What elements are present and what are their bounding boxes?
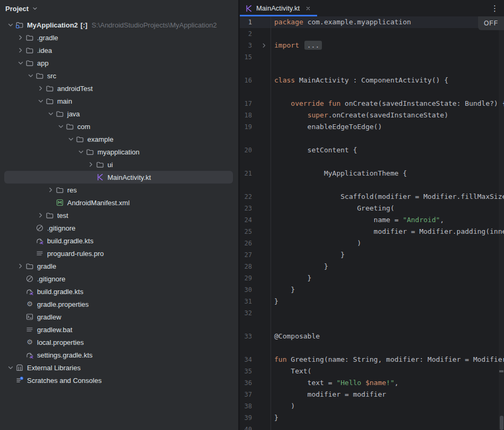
code-text[interactable]: } [271,261,504,272]
code-text[interactable] [271,319,504,331]
chevron-down-icon[interactable] [35,97,46,105]
editor-scrollbar[interactable] [499,30,504,430]
tree-item-test[interactable]: test [4,209,233,222]
line-number[interactable]: 24 [240,214,252,226]
chevron-right-icon[interactable] [46,186,56,194]
code-text[interactable]: fun Greeting(name: String, modifier: Mod… [271,354,504,365]
line-number[interactable]: 19 [240,121,252,133]
line-number[interactable]: 29 [240,272,252,284]
code-line-25[interactable]: 25 modifier = Modifier.padding(innerPadd… [240,226,504,237]
code-text[interactable]: name = "Android", [271,214,504,226]
line-number[interactable]: 33 [240,331,252,342]
code-line-33[interactable]: 33@Composable [240,331,504,342]
code-line-24[interactable]: 24 name = "Android", [240,214,504,226]
project-view-selector[interactable]: Project [0,0,238,14]
code-text[interactable] [271,51,504,63]
code-text[interactable]: ) [271,400,504,412]
tree-item-com[interactable]: com [4,120,233,133]
line-number[interactable]: 3 [240,40,252,51]
tree-item-gitignore[interactable]: .gitignore [4,272,233,285]
code-line-31[interactable]: 31} [240,296,504,307]
code-text[interactable]: Greeting( [271,203,504,214]
chevron-right-icon[interactable] [35,211,46,219]
line-number[interactable]: 30 [240,284,252,296]
tree-item-androidmanifest-xml[interactable]: AndroidManifest.xml [4,196,233,209]
code-text[interactable]: import ... [271,40,504,51]
line-number[interactable] [240,63,252,75]
code-text[interactable]: Scaffold(modifier = Modifier.fillMaxSize… [271,191,504,203]
chevron-down-icon[interactable] [46,109,56,118]
line-number[interactable]: 18 [240,109,252,121]
line-number[interactable]: 28 [240,261,252,272]
code-line-35[interactable]: 35 Text( [240,365,504,377]
code-text[interactable] [271,28,504,40]
line-number[interactable]: 15 [240,51,252,63]
tree-item-res[interactable]: res [4,184,233,196]
line-number[interactable]: 35 [240,365,252,377]
line-number[interactable]: 22 [240,191,252,203]
tree-item-gradle-properties[interactable]: ⚙gradle.properties [4,298,233,310]
code-line-34[interactable]: 34fun Greeting(name: String, modifier: M… [240,354,504,365]
tree-item-gradlew-bat[interactable]: gradlew.bat [4,323,233,336]
fold-arrow-icon[interactable] [252,40,271,51]
code-line-32[interactable]: 32 [240,307,504,319]
tab-mainactivity-kt[interactable]: MainActivity.kt [240,0,317,16]
tree-item-androidtest[interactable]: androidTest [4,82,233,95]
code-editor[interactable]: OFF 1package com.example.myapplication23… [240,16,504,430]
code-line-19[interactable]: 19 enableEdgeToEdge() [240,121,504,133]
code-line-28[interactable]: 28 } [240,261,504,272]
code-line-18[interactable]: 18 super.onCreate(savedInstanceState) [240,109,504,121]
code-line-29[interactable]: 29 } [240,272,504,284]
line-number[interactable]: 27 [240,249,252,261]
line-number[interactable] [240,319,252,331]
code-line-26[interactable]: 26 ) [240,237,504,249]
code-text[interactable]: text = "Hello $name!", [271,377,504,389]
tree-item-scratches-and-consoles[interactable]: Scratches and Consoles [4,374,233,387]
line-number[interactable]: 20 [240,144,252,156]
line-number[interactable] [240,156,252,168]
code-text[interactable]: setContent { [271,144,504,156]
tree-item-ui[interactable]: ui [4,158,233,171]
code-line-20[interactable]: 20 setContent { [240,144,504,156]
tree-item-example[interactable]: example [4,133,233,145]
code-line-16[interactable]: 16class MainActivity : ComponentActivity… [240,75,504,86]
code-text[interactable]: MyApplicationTheme { [271,168,504,179]
code-line-39[interactable]: 39} [240,412,504,424]
chevron-down-icon[interactable] [56,122,66,131]
tree-item-proguard-rules-pro[interactable]: proguard-rules.pro [4,247,233,260]
code-text[interactable]: enableEdgeToEdge() [271,121,504,133]
line-number[interactable]: 25 [240,226,252,237]
chevron-right-icon[interactable] [15,262,25,270]
code-line-40[interactable]: 40 [240,424,504,430]
chevron-down-icon[interactable] [25,71,35,80]
tree-item-build-gradle-kts[interactable]: build.gradle.kts [4,234,233,247]
chevron-down-icon[interactable] [5,363,15,372]
scrollbar-thumb[interactable] [500,416,503,430]
code-text[interactable] [271,179,504,191]
tree-item-settings-gradle-kts[interactable]: settings.gradle.kts [4,349,233,361]
tree-item-app[interactable]: app [4,57,233,69]
tree-item-myapplication[interactable]: myapplication [4,145,233,158]
chevron-right-icon[interactable] [15,46,25,54]
chevron-down-icon[interactable] [76,148,86,156]
line-number[interactable]: 31 [240,296,252,307]
line-number[interactable]: 34 [240,354,252,365]
code-text[interactable]: override fun onCreate(savedInstanceState… [271,98,504,109]
line-number[interactable]: 36 [240,377,252,389]
tree-item-external-libraries[interactable]: External Libraries [4,361,233,374]
code-line-37[interactable]: 37 modifier = modifier [240,389,504,400]
code-text[interactable]: } [271,296,504,307]
chevron-down-icon[interactable] [66,135,76,143]
code-text[interactable] [271,307,504,319]
line-number[interactable] [240,342,252,354]
code-line-15[interactable]: 15 [240,51,504,63]
line-number[interactable]: 40 [240,424,252,430]
tree-item-idea[interactable]: .idea [4,44,233,57]
tree-item-src[interactable]: src [4,69,233,82]
code-text[interactable]: super.onCreate(savedInstanceState) [271,109,504,121]
highlighting-off-badge[interactable]: OFF [478,16,504,30]
close-icon[interactable] [304,4,312,13]
code-text[interactable]: Text( [271,365,504,377]
line-number[interactable]: 21 [240,168,252,179]
code-text[interactable]: package com.example.myapplication [271,16,504,28]
